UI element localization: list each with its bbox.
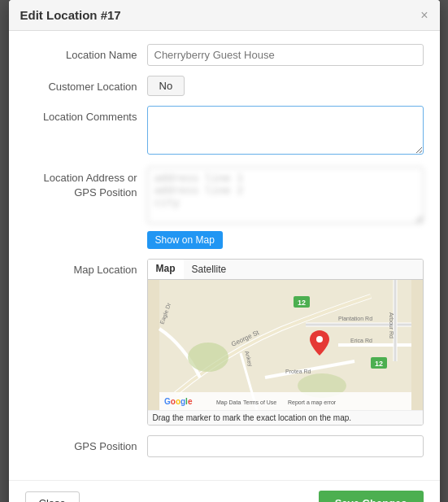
svg-text:12: 12 [297,299,305,307]
modal-overlay: Edit Location #17 × Location Name Custom… [0,0,448,502]
location-name-label: Location Name [25,44,147,63]
svg-text:Protea Rd: Protea Rd [285,369,311,374]
map-location-row: Map Location Map Satellite [25,259,424,426]
svg-point-16 [316,336,323,343]
close-icon[interactable]: × [420,9,428,22]
svg-text:Arbour Rd: Arbour Rd [389,312,394,338]
location-name-input[interactable] [147,44,424,66]
save-changes-button[interactable]: Save Changes [319,491,424,502]
svg-text:Google: Google [164,397,193,406]
location-comments-label: Location Comments [25,106,147,124]
map-container: Map Satellite [147,259,424,426]
close-button[interactable]: Close [25,491,80,502]
svg-point-6 [188,343,228,372]
location-comments-control [147,106,424,157]
svg-text:12: 12 [374,360,382,368]
location-comments-row: Location Comments [25,106,424,157]
svg-rect-17 [159,392,411,410]
map-tabs: Map Satellite [148,260,423,280]
svg-text:Terms of Use: Terms of Use [243,399,276,405]
location-name-row: Location Name [25,44,424,66]
modal-body: Location Name Customer Location No Locat… [9,31,440,480]
modal-footer: Close Save Changes [9,480,440,502]
svg-text:Map Data: Map Data [216,399,241,406]
customer-location-toggle[interactable]: No [147,76,185,96]
gps-position-control: -33.94862, 22.43638000000009 [147,435,424,457]
location-comments-input[interactable] [147,106,424,155]
gps-position-row: GPS Position -33.94862, 22.4363800000000… [25,435,424,457]
modal-header: Edit Location #17 × [9,0,440,31]
svg-text:Report a map error: Report a map error [288,399,337,406]
location-address-label: Location Address orGPS Position [25,167,147,200]
map-tab-map[interactable]: Map [148,260,184,279]
customer-location-row: Customer Location No [25,76,424,96]
location-address-row: Location Address orGPS Position address … [25,167,424,249]
location-name-control [147,44,424,66]
gps-position-label: GPS Position [25,435,147,454]
customer-location-label: Customer Location [25,76,147,94]
location-address-control: address line 1 address line 2 city Show … [147,167,424,249]
map-visual[interactable]: 12 12 George St Plantation Rd Erica Rd P… [148,280,423,410]
edit-location-modal: Edit Location #17 × Location Name Custom… [9,0,440,502]
customer-location-control: No [147,76,424,96]
gps-position-input[interactable]: -33.94862, 22.43638000000009 [147,435,424,457]
svg-text:Plantation Rd: Plantation Rd [338,316,372,321]
location-address-input[interactable]: address line 1 address line 2 city [147,167,424,224]
map-location-label: Map Location [25,259,147,277]
map-caption: Drag the marker to mark the exact locati… [148,410,423,425]
map-tab-satellite[interactable]: Satellite [184,260,235,279]
modal-title: Edit Location #17 [20,8,121,22]
show-on-map-button[interactable]: Show on Map [147,231,223,249]
svg-text:Erica Rd: Erica Rd [350,338,372,343]
